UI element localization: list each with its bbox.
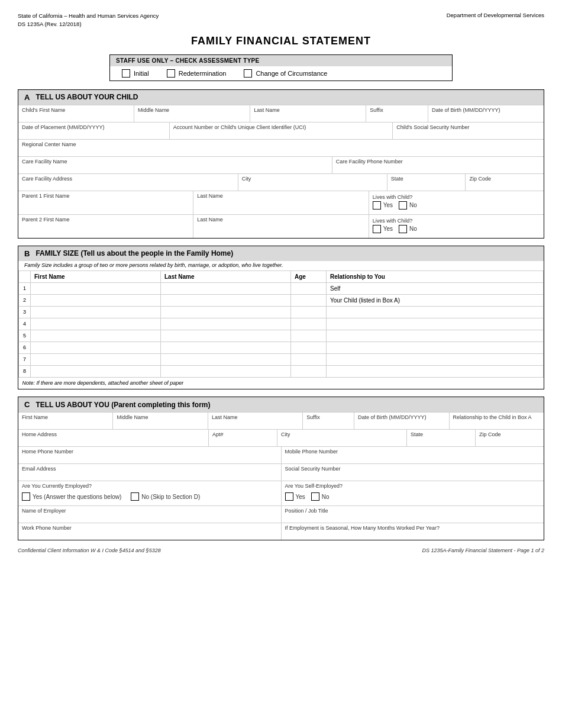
change-checkbox[interactable]	[244, 69, 252, 78]
employed-yes-option[interactable]: Yes (Answer the questions below)	[22, 492, 121, 501]
row-lastname	[161, 306, 291, 318]
row-lastname	[161, 353, 291, 365]
care-facility-address-cell: Care Facility Address	[18, 174, 238, 191]
phone-row: Home Phone Number Mobile Phone Number	[18, 446, 544, 463]
row-age	[291, 330, 327, 342]
row-relationship	[327, 365, 544, 377]
parent1-first-name-cell: Parent 1 First Name	[18, 191, 193, 214]
care-facility-phone-cell: Care Facility Phone Number	[332, 157, 544, 173]
child-last-name-cell: Last Name	[250, 105, 366, 122]
parent2-lives-with-cell: Lives with Child? Yes No	[369, 215, 544, 238]
parent2-last-name-cell: Last Name	[193, 215, 369, 238]
row-age	[291, 282, 327, 294]
row-age	[291, 365, 327, 377]
self-employed-yes-checkbox[interactable]	[285, 492, 293, 501]
row-firstname	[31, 306, 161, 318]
care-facility-name-cell: Care Facility Name	[18, 157, 332, 173]
self-employed-cell: Are You Self-Employed? Yes No	[282, 481, 544, 505]
col-rel-header: Relationship to You	[327, 270, 544, 282]
email-cell: Email Address	[18, 464, 282, 481]
employment-row: Are You Currently Employed? Yes (Answer …	[18, 481, 544, 505]
row-num: 7	[19, 353, 31, 365]
section-b-header: B FAMILY SIZE (Tell us about the people …	[18, 246, 544, 261]
job-title-cell: Position / Job Title	[282, 506, 544, 523]
row-num: 2	[19, 294, 31, 306]
parent1-yes-checkbox[interactable]	[373, 201, 381, 210]
section-a-header: A TELL US ABOUT YOUR CHILD	[18, 90, 544, 105]
section-a-letter: A	[24, 93, 30, 102]
placement-row: Date of Placement (MM/DD/YYYY) Account N…	[18, 122, 544, 139]
apt-cell: Apt#	[209, 430, 277, 446]
family-table-note-row: Note: If there are more dependents, atta…	[19, 377, 544, 389]
family-table-row: 5	[19, 330, 544, 342]
parent2-no-option[interactable]: No	[399, 225, 417, 233]
row-num: 6	[19, 342, 31, 353]
col-age-header: Age	[291, 270, 327, 282]
family-table-header-row: First Name Last Name Age Relationship to…	[19, 270, 544, 282]
account-uci-cell: Account Number or Child's Unique Client …	[170, 123, 393, 139]
page-title: FAMILY FINANCIAL STATEMENT	[18, 35, 544, 47]
child-middle-name-cell: Middle Name	[134, 105, 250, 122]
parent1-no-checkbox[interactable]	[399, 201, 407, 210]
parent2-yes-checkbox[interactable]	[373, 225, 381, 233]
self-employed-no-option[interactable]: No	[311, 492, 330, 501]
family-table-note: Note: If there are more dependents, atta…	[19, 377, 544, 389]
employer-name-cell: Name of Employer	[18, 506, 282, 523]
family-table-row: 1 Self	[19, 282, 544, 294]
redetermination-label: Redetermination	[179, 70, 227, 77]
row-firstname	[31, 282, 161, 294]
seasonal-employment-cell: If Employment is Seasonal, How Many Mont…	[282, 523, 544, 540]
parent2-row: Parent 2 First Name Last Name Lives with…	[18, 214, 544, 238]
row-firstname	[31, 294, 161, 306]
child-ssn-cell: Child's Social Security Number	[393, 123, 544, 139]
assessment-type-options: Initial Redetermination Change of Circum…	[110, 66, 452, 80]
parent2-yes-option[interactable]: Yes	[373, 225, 393, 233]
family-table-row: 2 Your Child (listed in Box A)	[19, 294, 544, 306]
employed-no-option[interactable]: No (Skip to Section D)	[131, 492, 200, 501]
department-name: Department of Developmental Services	[447, 12, 544, 29]
parent1-row: Parent 1 First Name Last Name Lives with…	[18, 191, 544, 214]
row-lastname	[161, 342, 291, 353]
care-facility-row: Care Facility Name Care Facility Phone N…	[18, 156, 544, 173]
parent1-lives-with-options: Yes No	[373, 201, 540, 210]
row-relationship: Your Child (listed in Box A)	[327, 294, 544, 306]
parent2-no-checkbox[interactable]	[399, 225, 407, 233]
family-table-row: 4	[19, 318, 544, 330]
section-b-letter: B	[24, 249, 30, 258]
row-num: 5	[19, 330, 31, 342]
row-firstname	[31, 342, 161, 353]
parent-suffix-cell: Suffix	[303, 413, 354, 429]
parent1-yes-option[interactable]: Yes	[373, 201, 393, 210]
family-size-table: First Name Last Name Age Relationship to…	[18, 270, 544, 389]
section-a-title: TELL US ABOUT YOUR CHILD	[35, 93, 138, 101]
change-of-circumstance-option[interactable]: Change of Circumstance	[244, 69, 327, 78]
employed-no-checkbox[interactable]	[131, 492, 139, 501]
row-num: 3	[19, 306, 31, 318]
redetermination-option[interactable]: Redetermination	[167, 69, 227, 78]
row-num: 1	[19, 282, 31, 294]
col-lastname-header: Last Name	[161, 270, 291, 282]
page-footer: Confidential Client Information W & I Co…	[18, 547, 544, 553]
initial-option[interactable]: Initial	[122, 69, 149, 78]
work-phone-cell: Work Phone Number	[18, 523, 282, 540]
section-b: B FAMILY SIZE (Tell us about the people …	[18, 246, 544, 390]
employer-row: Name of Employer Position / Job Title	[18, 505, 544, 523]
row-firstname	[31, 365, 161, 377]
row-age	[291, 342, 327, 353]
employed-yes-checkbox[interactable]	[22, 492, 30, 501]
parent1-lives-with-cell: Lives with Child? Yes No	[369, 191, 544, 214]
self-employed-no-checkbox[interactable]	[311, 492, 319, 501]
section-b-title: FAMILY SIZE (Tell us about the people in…	[35, 249, 233, 257]
parent1-no-option[interactable]: No	[399, 201, 417, 210]
section-c-title: TELL US ABOUT YOU (Parent completing thi…	[35, 401, 210, 409]
self-employed-yes-option[interactable]: Yes	[285, 492, 305, 501]
home-address-row: Home Address Apt# City State Zip Code	[18, 429, 544, 446]
row-num: 4	[19, 318, 31, 330]
redetermination-checkbox[interactable]	[167, 69, 175, 78]
footer-confidential: Confidential Client Information W & I Co…	[18, 547, 161, 553]
parent1-last-name-cell: Last Name	[193, 191, 369, 214]
initial-checkbox[interactable]	[122, 69, 130, 78]
col-firstname-header: First Name	[31, 270, 161, 282]
row-num: 8	[19, 365, 31, 377]
form-number: DS 1235A (Rev. 12/2018)	[18, 20, 159, 28]
